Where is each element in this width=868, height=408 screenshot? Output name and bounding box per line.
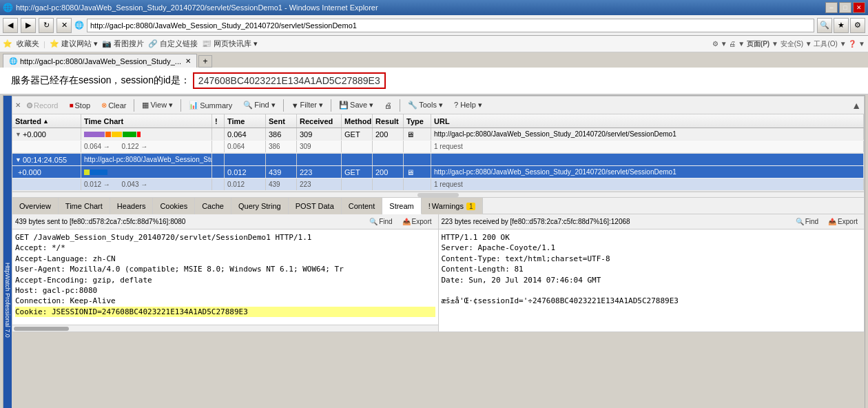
col-header-method[interactable]: Method [342,114,373,127]
subrow-started [12,141,81,152]
tools-button-ie[interactable]: ⚙ [850,18,865,33]
bm-suggest[interactable]: ⭐ 建议网站 ▾ [50,39,98,49]
tab-timechart[interactable]: Time Chart [59,198,110,214]
request-line-3: User-Agent: Mozilla/4.0 (compatible; MSI… [15,264,435,274]
favorites-button[interactable]: ★ [834,18,849,33]
right-panel-content: HTTP/1.1 200 OK Server: Apache-Coyote/1.… [439,229,865,332]
tab-content[interactable]: Content [342,198,383,214]
find-icon-right: 🔍 [796,218,804,225]
bottom-panel: Overview Time Chart Headers Cookies Cach… [12,198,865,332]
find-icon-left: 🔍 [369,218,378,225]
find-button[interactable]: 🔍 Find ▾ [238,98,280,113]
session-text: 服务器已经存在session，session的id是： [11,74,190,87]
address-input[interactable] [87,19,814,32]
col-header-sent[interactable]: Sent [266,114,297,127]
col-header-type[interactable]: Type [404,114,431,127]
record-icon [27,103,32,108]
tab-cache[interactable]: Cache [195,198,231,214]
summary-button[interactable]: 📊 Summary [184,98,237,113]
stop-button-hw[interactable]: ■ Stop [64,98,95,113]
record-button[interactable]: Record [22,98,63,113]
hw-close-icon[interactable]: ✕ [15,101,21,109]
bm-photo[interactable]: 📷 看图搜片 [102,39,144,49]
cell-sent: 386 [266,128,297,140]
col-header-url[interactable]: URL [431,114,864,127]
close-button[interactable]: ✕ [853,2,865,13]
tools-button-hw[interactable]: 🔧 Tools ▾ [403,98,448,113]
forward-button[interactable]: ▶ [21,18,36,33]
tab-querystring[interactable]: Query String [231,198,289,214]
table-row[interactable]: ▼ +0.000 0.064 386 [12,128,864,141]
subrow-timechart: 0.064 → 0.122 → [81,141,212,152]
page-content-area: 服务器已经存在session，session的id是： 247608BC4023… [0,68,868,95]
find-button-right[interactable]: 🔍 Find [792,216,822,228]
ie-icon: 🌐 [3,3,13,12]
tab-warnings[interactable]: ! Warnings 1 [422,198,484,214]
page-tools-bar: ⚙ ▼ 🖨 ▼ 页面(P) ▼ 安全(S) ▼ 工具(O) ▼ ❓ ▼ [712,39,865,49]
export-button-left[interactable]: 📤 Export [399,216,435,228]
browser-tab[interactable]: 🌐 http://gacl-pc:8080/JavaWeb_Session_St… [3,54,197,68]
tab-postdata[interactable]: POST Data [289,198,342,214]
tab-headers[interactable]: Headers [110,198,154,214]
request-line-2: Accept-Language: zh-CN [15,254,435,264]
filter-button[interactable]: ▼ Filter ▾ [287,98,328,113]
left-panel-header: 439 bytes sent to [fe80::d578:2ca7:c5fc:… [15,218,363,225]
bm-news[interactable]: 📰 网页快讯库 ▾ [202,39,258,49]
export-icon-left: 📤 [402,218,411,225]
cell-time: 0.064 [225,128,266,140]
bm-custom[interactable]: 🔗 自定义链接 [148,39,198,49]
new-tab-button[interactable]: + [198,55,212,68]
response-line-4: Date: Sun, 20 Jul 2014 07:46:04 GMT [442,275,862,285]
warning-badge: 1 [466,203,476,210]
title-bar-controls: – □ ✕ [825,2,865,13]
tools-icon: 🔧 [408,101,417,110]
expand-icon[interactable]: ▼ [15,131,21,138]
left-panel-content: GET /JavaWeb_Session_Study_20140720/serv… [12,229,438,325]
print-button[interactable]: 🖨 [380,98,397,113]
save-button-hw[interactable]: 💾 Save ▾ [334,98,378,113]
cell-result: 200 [373,128,404,140]
expand-icon-2[interactable]: ▼ [15,156,21,163]
refresh-button[interactable]: ↻ [39,18,54,33]
tab-stream[interactable]: Stream [382,198,421,214]
cell-timechart-2: http://gacl-pc:8080/JavaWeb_Session_Stud… [81,154,212,165]
response-line-2: Content-Type: text/html;charset=UTF-8 [442,254,862,264]
stop-button[interactable]: ✕ [56,18,72,33]
back-button[interactable]: ◀ [3,18,18,33]
help-button[interactable]: ? Help ▾ [449,98,487,113]
hw-expand-icon[interactable]: ▲ [851,100,861,111]
table-row[interactable]: ▼ 00:14:24.055 http://gacl-pc:8080/JavaW… [12,154,864,166]
col-header-excl[interactable]: ! [212,114,225,127]
col-header-started[interactable]: Started ▲ [12,114,81,127]
request-line-5: Host: gacl-pc:8080 [15,285,435,296]
col-header-result[interactable]: Result [373,114,404,127]
grid-hscroll[interactable] [12,192,865,198]
tab-close[interactable]: ✕ [185,57,191,65]
left-panel-scrollbar[interactable] [12,325,438,332]
summary-icon: 📊 [189,101,198,110]
favorites-menu[interactable]: 收藏夹 [17,39,39,49]
address-label: 🌐 [74,21,84,30]
hw-toolbar: ✕ Record ■ Stop ⊗ Clear ▦ View ▾ 📊 Summa… [12,96,865,114]
separator-2 [180,99,181,112]
tab-cookies[interactable]: Cookies [153,198,195,214]
table-row-sub[interactable]: +0.000 0.012 439 223 GET 200 [12,166,864,178]
minimize-button[interactable]: – [825,2,838,13]
hw-grid: Started ▲ Time Chart ! Time Sent Receive… [12,114,865,192]
title-bar: 🌐 http://gacl-pc:8080/JavaWeb_Session_St… [0,0,868,15]
address-bar: ◀ ▶ ↻ ✕ 🌐 🔍 ★ ⚙ [0,15,868,36]
find-button-left[interactable]: 🔍 Find [366,216,395,228]
search-button[interactable]: 🔍 [817,18,832,33]
export-button-right[interactable]: 📤 Export [825,216,861,228]
col-header-time[interactable]: Time [225,114,266,127]
right-panel: 223 bytes received by [fe80::d578:2ca7:c… [439,214,865,332]
view-button[interactable]: ▦ View ▾ [137,98,178,113]
filter-icon: ▼ [291,101,299,110]
tab-overview[interactable]: Overview [12,198,59,214]
clear-button[interactable]: ⊗ Clear [96,98,131,113]
col-header-received[interactable]: Received [297,114,342,127]
col-header-timechart[interactable]: Time Chart [81,114,212,127]
httpwatch-label: HttpWatch Professional 7.0 [3,96,12,408]
save-icon: 💾 [339,101,349,110]
maximize-button[interactable]: □ [839,2,851,13]
